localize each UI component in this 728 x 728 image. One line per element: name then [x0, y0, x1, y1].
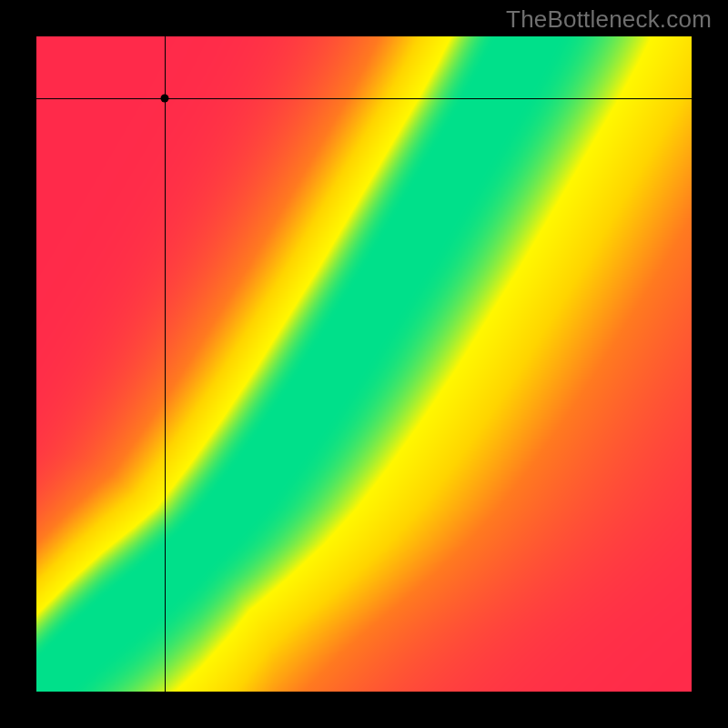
watermark-text: TheBottleneck.com: [506, 5, 712, 34]
crosshair-horizontal: [36, 98, 692, 99]
crosshair-point: [161, 94, 169, 102]
bottleneck-heatmap: [36, 36, 692, 692]
crosshair-vertical: [165, 36, 166, 692]
chart-frame: TheBottleneck.com: [0, 0, 728, 728]
